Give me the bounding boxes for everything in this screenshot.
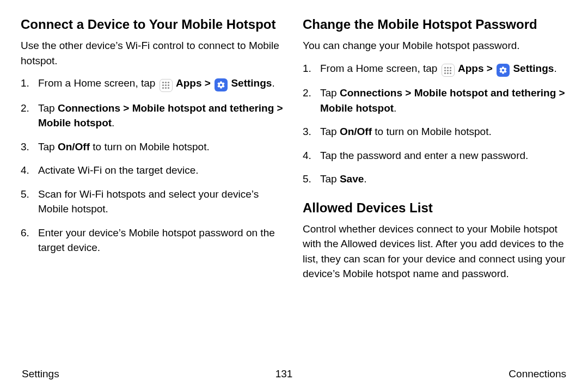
intro-connect-device: Use the other device’s Wi-Fi control to … — [21, 38, 285, 68]
apps-icon — [442, 64, 455, 77]
step-path: Connections > Mobile hotspot and tetheri… — [38, 102, 283, 129]
settings-label: Settings — [513, 63, 554, 74]
svg-point-14 — [450, 69, 451, 71]
page-footer: Settings 131 Connections — [21, 368, 567, 380]
save-label: Save — [340, 173, 364, 185]
steps-connect-device: From a Home screen, tap Apps > Settings.… — [21, 76, 285, 255]
svg-point-15 — [444, 72, 446, 74]
svg-point-7 — [165, 87, 167, 89]
svg-point-5 — [168, 84, 169, 86]
svg-point-11 — [450, 66, 451, 68]
step-text: Tap — [38, 141, 58, 152]
svg-point-9 — [444, 66, 446, 68]
step-text: Tap — [320, 126, 340, 137]
svg-point-2 — [168, 82, 169, 83]
page-content: Connect a Device to Your Mobile Hotspot … — [21, 16, 567, 289]
svg-point-0 — [162, 82, 164, 83]
step-text-tail: to turn on Mobile hotspot. — [90, 141, 210, 152]
step-text-tail: to turn on Mobile hotspot. — [372, 126, 492, 137]
settings-icon — [497, 64, 510, 77]
step-6: Enter your device’s Mobile hotspot passw… — [21, 225, 285, 255]
left-column: Connect a Device to Your Mobile Hotspot … — [21, 16, 285, 289]
svg-point-16 — [447, 72, 449, 74]
sep: > — [487, 63, 495, 74]
on-off-label: On/Off — [58, 141, 90, 152]
step-1: From a Home screen, tap Apps > Settings. — [21, 76, 285, 92]
period: . — [364, 173, 366, 185]
step-path: Connections > Mobile hotspot and tetheri… — [320, 87, 565, 114]
footer-right: Connections — [509, 368, 566, 380]
step-2: Tap Connections > Mobile hotspot and tet… — [21, 101, 285, 131]
footer-left: Settings — [22, 368, 59, 380]
step-5: Tap Save. — [303, 171, 567, 187]
svg-point-8 — [168, 87, 169, 89]
period: . — [554, 63, 556, 74]
svg-point-17 — [450, 72, 451, 74]
step-5: Scan for Wi-Fi hotspots and select your … — [21, 187, 285, 217]
heading-connect-device: Connect a Device to Your Mobile Hotspot — [21, 16, 285, 33]
steps-change-password: From a Home screen, tap Apps > Settings.… — [303, 61, 567, 187]
svg-point-4 — [165, 84, 167, 86]
step-text: Tap — [320, 87, 340, 99]
section-allowed-devices: Allowed Devices List Control whether dev… — [303, 200, 567, 281]
step-3: Tap On/Off to turn on Mobile hotspot. — [21, 139, 285, 155]
period: . — [272, 77, 274, 89]
heading-allowed-devices: Allowed Devices List — [303, 200, 567, 216]
step-text: Tap — [320, 173, 340, 185]
svg-point-12 — [444, 69, 446, 71]
intro-allowed-devices: Control whether devices connect to your … — [303, 222, 567, 281]
heading-change-password: Change the Mobile Hotspot Password — [303, 16, 567, 33]
period: . — [112, 117, 114, 128]
svg-point-13 — [447, 69, 449, 71]
svg-point-1 — [165, 82, 167, 83]
settings-icon — [215, 78, 228, 91]
apps-label: Apps — [458, 63, 484, 74]
step-3: Tap On/Off to turn on Mobile hotspot. — [303, 124, 567, 139]
apps-icon — [160, 79, 173, 92]
step-1: From a Home screen, tap Apps > Settings. — [303, 61, 567, 77]
svg-point-6 — [162, 87, 164, 89]
step-text: From a Home screen, tap — [320, 63, 440, 74]
footer-page-number: 131 — [275, 368, 293, 380]
period: . — [394, 102, 396, 114]
apps-label: Apps — [176, 77, 202, 89]
svg-point-10 — [447, 66, 449, 68]
step-4: Tap the password and enter a new passwor… — [303, 148, 567, 163]
svg-point-3 — [162, 84, 164, 86]
step-2: Tap Connections > Mobile hotspot and tet… — [303, 85, 567, 115]
on-off-label: On/Off — [340, 126, 372, 137]
step-text: Tap — [38, 102, 58, 114]
settings-label: Settings — [231, 77, 272, 89]
step-4: Activate Wi-Fi on the target device. — [21, 163, 285, 178]
right-column: Change the Mobile Hotspot Password You c… — [303, 16, 567, 289]
intro-change-password: You can change your Mobile hotspot passw… — [303, 38, 567, 53]
step-text: From a Home screen, tap — [38, 77, 158, 89]
sep: > — [205, 77, 213, 89]
